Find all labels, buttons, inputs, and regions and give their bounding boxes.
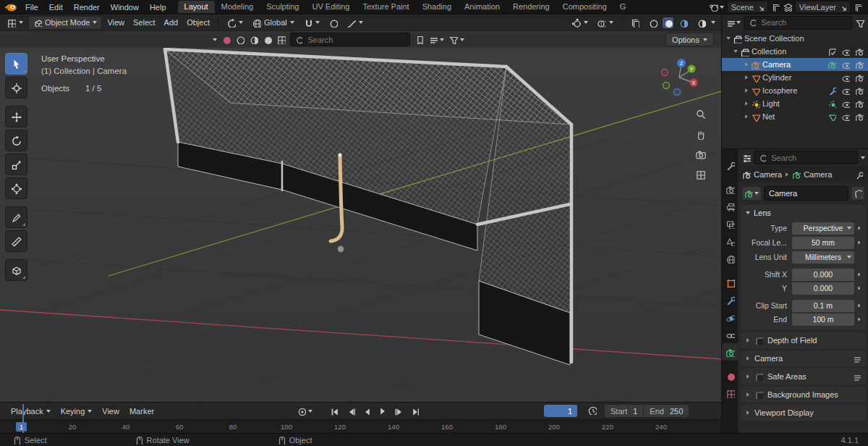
frame-end-field[interactable]: End250: [644, 405, 689, 417]
matcap-ball-icon[interactable]: [221, 35, 231, 44]
tool-transform[interactable]: [5, 177, 27, 199]
menu-add[interactable]: Add: [161, 17, 182, 28]
outliner-row-light[interactable]: Light: [722, 97, 868, 110]
tab-object[interactable]: [722, 274, 738, 291]
shading-wireframe-button[interactable]: [644, 17, 661, 29]
editor-type-button[interactable]: [3, 17, 27, 29]
tool-3d-cursor[interactable]: [5, 77, 27, 98]
shading-mode-solid-icon[interactable]: [263, 35, 272, 44]
expand-icon[interactable]: [745, 75, 748, 80]
exclude-checkbox[interactable]: [825, 47, 838, 56]
section-camera[interactable]: Camera: [741, 350, 866, 366]
tab-tool[interactable]: [722, 156, 738, 174]
display-mode-dropdown[interactable]: [428, 35, 444, 44]
animate-dot[interactable]: [858, 227, 861, 230]
filter-dropdown[interactable]: [448, 35, 464, 44]
frame-start-field[interactable]: Start1: [605, 405, 643, 417]
bookmark-icon[interactable]: [414, 35, 424, 44]
hide-eye-icon[interactable]: [839, 112, 851, 121]
falloff-dropdown[interactable]: [343, 17, 367, 29]
jump-to-end-button[interactable]: [407, 405, 421, 418]
snap-dropdown[interactable]: [299, 17, 323, 29]
ortho-toggle-icon[interactable]: [694, 168, 707, 181]
scene-selector[interactable]: Scene: [727, 1, 768, 13]
outliner-row-icosphere[interactable]: Icosphere: [722, 84, 868, 97]
disable-render-icon[interactable]: [853, 47, 865, 56]
marker-menu[interactable]: Marker: [124, 407, 159, 416]
zoom-icon[interactable]: [694, 107, 707, 120]
new-viewlayer-icon[interactable]: [854, 3, 862, 12]
outliner-filter-icon[interactable]: [855, 18, 864, 28]
tab-scene[interactable]: [722, 232, 738, 250]
disable-render-icon[interactable]: [853, 86, 865, 95]
menu-render[interactable]: Render: [69, 1, 105, 13]
gizmos-dropdown[interactable]: [568, 17, 592, 29]
section-viewport-display[interactable]: Viewport Display: [741, 405, 866, 421]
tab-texture[interactable]: [722, 384, 738, 402]
outliner-row-net[interactable]: Net: [722, 110, 868, 123]
breadcrumb-object[interactable]: Camera: [754, 170, 782, 179]
browse-camera-data-button[interactable]: [741, 186, 762, 201]
proportional-edit-toggle[interactable]: [325, 17, 341, 29]
menu-help[interactable]: Help: [145, 1, 171, 13]
hide-eye-icon[interactable]: [839, 47, 851, 56]
hide-eye-icon[interactable]: [839, 60, 851, 69]
lens-panel-header[interactable]: Lens: [741, 205, 866, 220]
expand-icon[interactable]: [745, 101, 748, 106]
workspace-tab-animation[interactable]: Animation: [458, 1, 506, 13]
data-name-field[interactable]: [764, 186, 848, 201]
shading-mode-half-icon[interactable]: [249, 35, 258, 44]
orientation-dropdown[interactable]: Global: [248, 17, 298, 29]
tool-add-cube[interactable]: [5, 259, 27, 281]
animate-dot[interactable]: [858, 318, 861, 321]
tab-modifiers[interactable]: [722, 291, 738, 308]
tool-move[interactable]: [5, 106, 27, 127]
current-frame-field[interactable]: 1: [544, 405, 577, 417]
play-reverse-button[interactable]: [359, 405, 373, 418]
playhead-marker[interactable]: 1: [16, 422, 27, 432]
viewport-3d[interactable]: User Perspective (1) Collection | Camera…: [0, 48, 721, 402]
play-button[interactable]: [375, 405, 389, 418]
checkbox-icon[interactable]: [754, 390, 763, 399]
mode-dropdown[interactable]: Object Mode: [28, 16, 102, 30]
blender-logo-icon[interactable]: [4, 1, 17, 12]
tool-measure[interactable]: [5, 230, 27, 252]
outliner-row-cylinder[interactable]: Cylinder: [722, 71, 868, 84]
tab-render[interactable]: [722, 180, 738, 198]
expand-icon[interactable]: [733, 50, 738, 53]
shading-solid-button[interactable]: [663, 17, 673, 28]
pan-hand-icon[interactable]: [694, 127, 707, 140]
lens-unit-dropdown[interactable]: Millimeters: [792, 251, 854, 264]
checkbox-icon[interactable]: [754, 336, 763, 345]
shading-material-button[interactable]: [675, 17, 692, 29]
overlays-dropdown[interactable]: [593, 17, 617, 29]
hide-eye-icon[interactable]: [839, 99, 851, 108]
shift-y-field[interactable]: 0.000: [792, 282, 854, 295]
workspace-tab-geometry-nodes[interactable]: Geomet: [613, 1, 626, 13]
shading-mode-wire-icon[interactable]: [235, 35, 244, 44]
workspace-tab-shading[interactable]: Shading: [416, 1, 458, 13]
workspace-tab-layout[interactable]: Layout: [178, 1, 215, 13]
pivot-point-dropdown[interactable]: [223, 17, 247, 29]
lens-type-dropdown[interactable]: Perspective: [792, 222, 854, 235]
auto-keyframe-toggle[interactable]: [297, 406, 312, 416]
tab-material[interactable]: [722, 367, 738, 384]
scene-canvas[interactable]: [0, 48, 721, 402]
viewlayer-remove-icon[interactable]: [839, 4, 846, 11]
tab-view-layer[interactable]: [722, 215, 738, 232]
shading-options-chevron[interactable]: [711, 21, 715, 24]
tab-object-data[interactable]: [722, 343, 738, 361]
timeline-ruler[interactable]: 1 20 40 60 80 100 120 140 160 180 200 22…: [0, 419, 721, 434]
xray-toggle[interactable]: [626, 17, 643, 29]
browse-scene-icon[interactable]: [709, 2, 724, 12]
navigation-gizmo[interactable]: ZYX: [659, 57, 699, 98]
outliner-search-input[interactable]: [760, 17, 847, 28]
viewlayer-selector[interactable]: ViewLayer: [795, 1, 851, 13]
workspace-tab-texture-paint[interactable]: Texture Paint: [356, 1, 415, 13]
tool-rotate[interactable]: [5, 130, 27, 151]
presets-icon[interactable]: [852, 372, 861, 381]
animate-dot[interactable]: [858, 304, 861, 307]
workspace-tab-uv-editing[interactable]: UV Editing: [305, 1, 356, 13]
menu-view[interactable]: View: [103, 17, 128, 28]
prev-keyframe-button[interactable]: [343, 405, 357, 418]
